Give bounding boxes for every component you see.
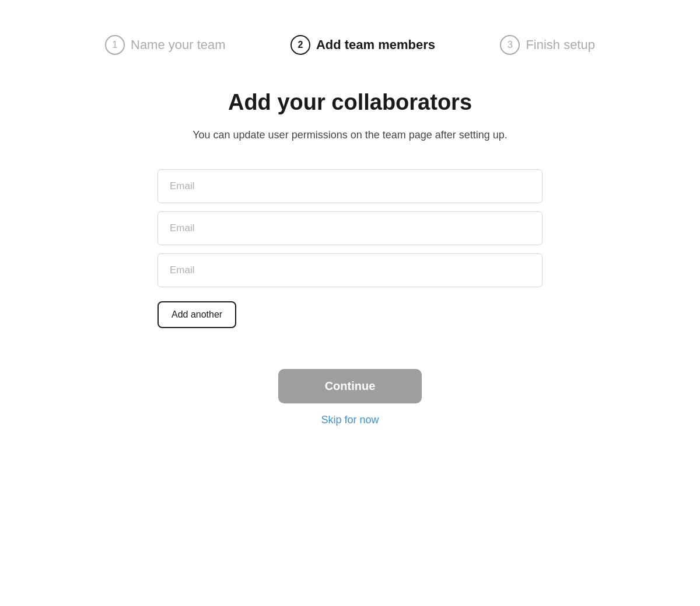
step-2-label: Add team members <box>316 37 435 53</box>
step-1-circle: 1 <box>105 35 125 55</box>
main-content: Add your collaborators You can update us… <box>146 78 554 426</box>
step-3-circle: 3 <box>500 35 520 55</box>
email-fields <box>158 169 542 287</box>
stepper: 1 Name your team 2 Add team members 3 Fi… <box>58 0 642 78</box>
add-another-button[interactable]: Add another <box>158 301 236 328</box>
continue-button[interactable]: Continue <box>278 369 422 403</box>
skip-for-now-link[interactable]: Skip for now <box>321 414 379 426</box>
step-3: 3 Finish setup <box>500 35 595 55</box>
page-title: Add your collaborators <box>228 90 472 115</box>
email-input-2[interactable] <box>158 211 542 245</box>
step-1: 1 Name your team <box>105 35 226 55</box>
step-2: 2 Add team members <box>290 35 435 55</box>
email-input-3[interactable] <box>158 253 542 287</box>
email-input-1[interactable] <box>158 169 542 203</box>
actions: Continue Skip for now <box>278 369 422 426</box>
step-3-label: Finish setup <box>526 37 595 53</box>
step-2-circle: 2 <box>290 35 310 55</box>
page-subtitle: You can update user permissions on the t… <box>192 129 508 141</box>
step-1-label: Name your team <box>131 37 226 53</box>
